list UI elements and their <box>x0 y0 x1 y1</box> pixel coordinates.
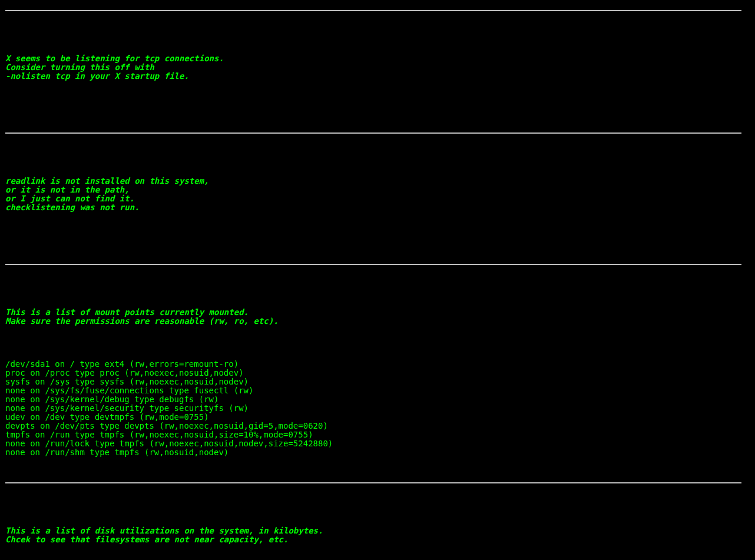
separator <box>5 10 741 11</box>
readlink-warning: readlink is not installed on this system… <box>5 143 750 255</box>
disk-intro: This is a list of disk utilizations on t… <box>5 492 750 544</box>
terminal-output: X seems to be listening for tcp connecti… <box>0 0 755 560</box>
mounts-list: /dev/sda1 on / type ext4 (rw,errors=remo… <box>5 360 750 473</box>
separator <box>5 132 741 134</box>
x-listening-warning: X seems to be listening for tcp connecti… <box>5 20 750 124</box>
separator <box>5 264 741 265</box>
mounts-intro: This is a list of mount points currently… <box>5 274 750 326</box>
separator <box>5 482 741 483</box>
